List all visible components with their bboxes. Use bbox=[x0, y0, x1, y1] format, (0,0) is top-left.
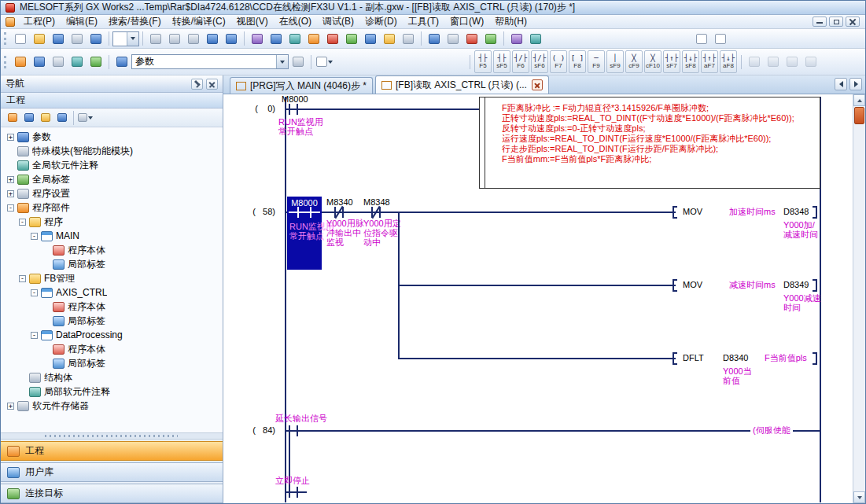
vertical-scrollbar[interactable] bbox=[853, 94, 865, 503]
open-contact-key[interactable]: ┤├F5 bbox=[474, 50, 492, 73]
nav-button-project[interactable]: 工程 bbox=[1, 441, 223, 461]
remote-operation-icon[interactable] bbox=[324, 31, 341, 46]
scroll-tabs-left-icon[interactable] bbox=[835, 78, 847, 90]
expander-icon[interactable]: - bbox=[19, 275, 26, 282]
falling-pulse-branch-key[interactable]: ┤↓├aF8 bbox=[720, 50, 737, 73]
menu-find-replace[interactable]: 搜索/替换(F) bbox=[103, 14, 167, 29]
tree-item-program-folder[interactable]: -程序 bbox=[1, 215, 223, 229]
tab-close-icon[interactable] bbox=[532, 79, 543, 90]
cut-icon[interactable] bbox=[147, 31, 164, 46]
menu-online[interactable]: 在线(O) bbox=[274, 14, 317, 29]
application-instruction-key[interactable]: [ ]F8 bbox=[569, 50, 586, 73]
comment-display-icon[interactable] bbox=[50, 54, 67, 70]
cascade-windows-icon[interactable] bbox=[693, 31, 710, 46]
combo-arrow-icon[interactable] bbox=[276, 55, 288, 68]
menu-project[interactable]: 工程(P) bbox=[18, 14, 61, 29]
coil-servo-enable[interactable]: (伺服使能 bbox=[750, 425, 793, 436]
stop-monitor-icon[interactable] bbox=[400, 31, 417, 46]
close-branch-key[interactable]: ┤/├sF6 bbox=[531, 50, 548, 73]
instruction-mov2[interactable]: MOV bbox=[683, 280, 702, 289]
tree-item-device-memory[interactable]: +软元件存储器 bbox=[1, 399, 223, 413]
tree-item-axis-body[interactable]: 程序本体 bbox=[1, 300, 223, 314]
device-batch-monitor-icon[interactable] bbox=[426, 31, 443, 46]
ladder-editor-canvas[interactable]: ( 0) M8000 RUN监视用 常开触点 F距离脉冲比 := F动力辊直径*… bbox=[223, 94, 853, 503]
menu-edit[interactable]: 编辑(E) bbox=[61, 14, 103, 29]
tree-item-dp-label[interactable]: 局部标签 bbox=[1, 356, 223, 370]
program-check-icon[interactable] bbox=[482, 31, 499, 46]
rising-pulse-branch-key[interactable]: ┤↑├aF7 bbox=[701, 50, 718, 73]
scroll-tabs-right-icon[interactable] bbox=[849, 78, 862, 90]
open-project-icon[interactable] bbox=[31, 31, 48, 46]
tree-item-axis-label[interactable]: 局部标签 bbox=[1, 314, 223, 328]
tab-axis-ctrl-fb[interactable]: [FB]读取 AXIS_CTRL (只读) (... bbox=[375, 75, 549, 94]
help-icon[interactable] bbox=[87, 31, 105, 46]
falling-pulse-key[interactable]: ┤↓├sF8 bbox=[682, 50, 699, 73]
delete-vline-key[interactable]: ╳cF10 bbox=[644, 50, 661, 73]
menu-window[interactable]: 窗口(W) bbox=[444, 14, 489, 29]
search-next-icon[interactable] bbox=[289, 54, 307, 70]
mdi-close-button[interactable] bbox=[846, 17, 860, 27]
inline-st-box[interactable]: F距离脉冲比 := F动力辊直径*3.1415926/F单圈脉冲数; 正转寸动速… bbox=[479, 97, 820, 189]
rebuild-all-icon[interactable] bbox=[527, 31, 544, 46]
expander-icon[interactable]: - bbox=[31, 233, 38, 240]
instruction-dflt[interactable]: DFLT bbox=[683, 353, 704, 362]
history-combo[interactable] bbox=[112, 31, 139, 46]
tree-item-main[interactable]: -MAIN bbox=[1, 229, 223, 243]
scroll-up-icon[interactable] bbox=[853, 94, 865, 106]
data-info-icon[interactable] bbox=[54, 111, 69, 125]
tree-item-main-label[interactable]: 局部标签 bbox=[1, 257, 223, 271]
scroll-down-icon[interactable] bbox=[853, 491, 865, 503]
expander-icon[interactable]: + bbox=[7, 176, 14, 183]
read-mode-icon[interactable] bbox=[765, 54, 782, 70]
tree-item-global-comment[interactable]: 全局软元件注释 bbox=[1, 158, 223, 172]
write-to-plc-icon[interactable] bbox=[267, 31, 285, 46]
panel-splitter[interactable] bbox=[1, 432, 223, 440]
combo-arrow-icon[interactable] bbox=[127, 32, 138, 46]
contact-m8348[interactable] bbox=[370, 207, 381, 218]
toolbar-grip[interactable] bbox=[4, 32, 7, 45]
close-panel-icon[interactable] bbox=[206, 79, 218, 90]
paste-icon[interactable] bbox=[185, 31, 202, 46]
tree-item-parameter[interactable]: +参数 bbox=[1, 130, 223, 144]
document-icon[interactable] bbox=[6, 17, 15, 27]
undo-icon[interactable] bbox=[204, 31, 221, 46]
find-icon[interactable] bbox=[113, 54, 131, 70]
print-icon[interactable] bbox=[68, 31, 86, 46]
menu-tools[interactable]: 工具(T) bbox=[403, 14, 444, 29]
tree-item-dp-body[interactable]: 程序本体 bbox=[1, 342, 223, 356]
mdi-restore-button[interactable] bbox=[829, 17, 843, 27]
tile-windows-icon[interactable] bbox=[712, 31, 729, 46]
expander-icon[interactable]: - bbox=[19, 219, 26, 226]
write-mode-icon[interactable] bbox=[783, 54, 801, 70]
ladder-view-icon[interactable] bbox=[12, 54, 29, 70]
copy-icon[interactable] bbox=[166, 31, 183, 46]
tree-item-main-body[interactable]: 程序本体 bbox=[1, 243, 223, 257]
device-search-combo[interactable]: 参数 bbox=[131, 54, 289, 69]
nav-button-connection[interactable]: 连接目标 bbox=[1, 484, 223, 503]
coil-key[interactable]: ( )F7 bbox=[550, 50, 567, 73]
sort-icon[interactable] bbox=[21, 111, 36, 125]
tree-item-global-label[interactable]: +全局标签 bbox=[1, 172, 223, 186]
verify-with-plc-icon[interactable] bbox=[305, 31, 322, 46]
vertical-line-key[interactable]: │sF9 bbox=[606, 50, 624, 73]
expander-icon[interactable]: - bbox=[7, 204, 14, 212]
statement-display-icon[interactable] bbox=[68, 54, 86, 70]
expander-icon[interactable]: + bbox=[7, 190, 14, 197]
monitor-write-mode-icon[interactable] bbox=[362, 31, 379, 46]
rising-pulse-key[interactable]: ┤↑├sF7 bbox=[663, 50, 680, 73]
tree-item-structure[interactable]: 结构体 bbox=[1, 370, 223, 384]
tree-item-dataprocessing[interactable]: -DataProcessing bbox=[1, 328, 223, 342]
scrollbar-thumb[interactable] bbox=[854, 107, 864, 124]
monitor-edit-icon[interactable] bbox=[802, 54, 820, 70]
project-section-header[interactable]: 工程 bbox=[1, 93, 223, 109]
expander-icon[interactable]: + bbox=[7, 403, 14, 410]
contact-stop[interactable] bbox=[288, 487, 299, 498]
zoom-select-icon[interactable] bbox=[315, 54, 333, 70]
start-monitor-icon[interactable] bbox=[381, 31, 398, 46]
mdi-minimize-button[interactable] bbox=[813, 17, 827, 27]
tree-item-axis-ctrl[interactable]: -AXIS_CTRL bbox=[1, 285, 223, 300]
contact-m8340[interactable] bbox=[334, 207, 345, 218]
expander-icon[interactable]: - bbox=[31, 332, 38, 339]
delete-hline-key[interactable]: ╳cF9 bbox=[625, 50, 643, 73]
tree-item-pou[interactable]: -程序部件 bbox=[1, 200, 223, 215]
